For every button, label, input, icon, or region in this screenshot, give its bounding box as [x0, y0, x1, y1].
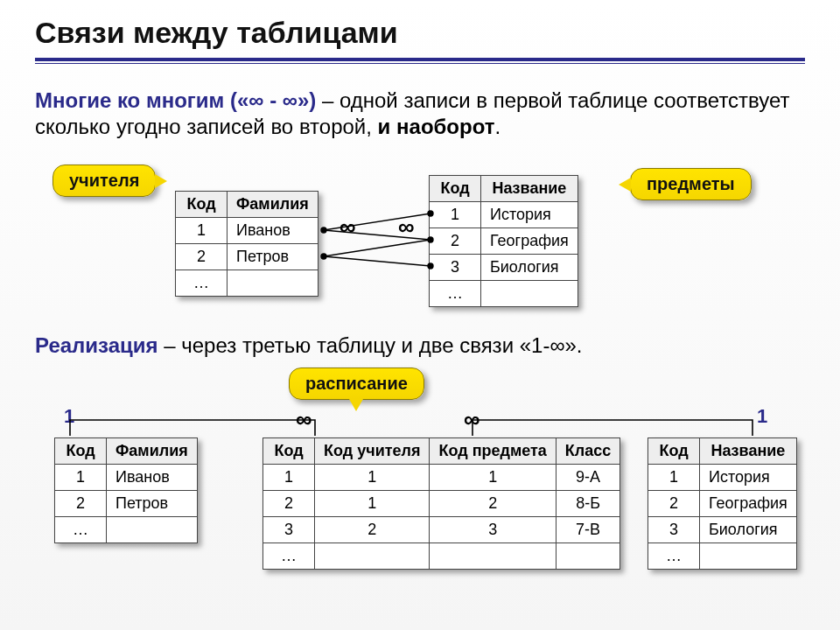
table-cell	[556, 543, 620, 570]
table-cell: 2	[315, 517, 430, 543]
table-cell: 3	[430, 255, 481, 281]
infinity-right-bottom: ∞	[464, 406, 480, 433]
table-cell: …	[648, 543, 700, 570]
table-row: 1История	[648, 465, 797, 491]
col-header: Фамилия	[228, 192, 318, 218]
table-cell: История	[700, 465, 797, 491]
infinity-left-bottom: ∞	[296, 406, 312, 433]
one-left: 1	[64, 405, 74, 428]
table-cell: Биология	[700, 517, 797, 543]
table-row: 3237-В	[263, 517, 620, 543]
col-header: Название	[481, 176, 578, 202]
table-cell: 7-В	[556, 517, 620, 543]
table-row: …	[55, 517, 198, 543]
callout-schedule: расписание	[289, 368, 424, 400]
table-cell	[315, 543, 430, 570]
lead-term: Многие ко многим («∞ - ∞»)	[35, 88, 316, 112]
col-header: Код	[430, 176, 481, 202]
table-cell: История	[481, 202, 578, 228]
table-cell	[700, 543, 797, 570]
impl-paragraph: Реализация – через третью таблицу и две …	[35, 332, 805, 359]
col-header: Код	[263, 438, 315, 465]
table-cell	[430, 543, 556, 570]
table-cell: 9-А	[556, 465, 620, 491]
table-row: 3Биология	[648, 517, 797, 543]
col-header: Класс	[556, 438, 620, 465]
callout-subjects-label: предметы	[647, 174, 735, 193]
title-rule	[35, 58, 805, 61]
table-teachers-top: КодФамилия1Иванов2Петров…	[175, 191, 318, 297]
table-cell: 1	[430, 465, 556, 491]
table-cell	[481, 281, 578, 307]
table-cell: 1	[430, 202, 481, 228]
title-rule-thin	[35, 63, 805, 64]
table-subjects-bottom: КодНазвание1История2География3Биология…	[648, 438, 797, 570]
table-cell: 3	[430, 517, 556, 543]
callout-teachers-label: учителя	[69, 171, 139, 190]
table-subjects-top: КодНазвание1История2География3Биология…	[429, 175, 578, 307]
table-row: 2Петров	[176, 244, 318, 270]
callout-tail-icon	[155, 174, 167, 188]
table-cell: 2	[55, 491, 107, 517]
table-cell: …	[176, 270, 228, 297]
intro-paragraph: Многие ко многим («∞ - ∞») – одной запис…	[35, 88, 805, 140]
table-cell: 1	[176, 218, 228, 244]
callout-tail-icon	[349, 399, 363, 411]
table-cell: Петров	[228, 244, 318, 270]
table-row: …	[263, 543, 620, 570]
svg-point-5	[321, 254, 326, 259]
callout-subjects: предметы	[630, 168, 752, 200]
table-row: 1История	[430, 202, 578, 228]
infinity-left-top: ∞	[340, 214, 356, 241]
table-row: 2Петров	[55, 491, 198, 517]
table-cell: Петров	[107, 491, 198, 517]
col-header: Код	[55, 438, 107, 465]
table-cell: 2	[176, 244, 228, 270]
col-header: Название	[700, 438, 797, 465]
table-cell: 1	[648, 465, 700, 491]
table-cell: 8-Б	[556, 491, 620, 517]
table-cell: География	[481, 228, 578, 255]
table-row: …	[430, 281, 578, 307]
slide: Связи между таблицами Многие ко многим (…	[0, 0, 840, 630]
col-header: Фамилия	[107, 438, 198, 465]
col-header: Код	[176, 192, 228, 218]
table-cell: 2	[648, 491, 700, 517]
table-cell: Биология	[481, 255, 578, 281]
table-cell: 2	[430, 228, 481, 255]
callout-teachers: учителя	[52, 164, 156, 197]
table-cell: …	[263, 543, 315, 570]
table-cell	[228, 270, 318, 297]
table-row: 1Иванов	[176, 218, 318, 244]
table-row: 1Иванов	[55, 465, 198, 491]
table-row: …	[176, 270, 318, 297]
table-cell: Иванов	[107, 465, 198, 491]
table-cell: 1	[263, 465, 315, 491]
col-header: Код учителя	[315, 438, 430, 465]
callout-tail-icon	[619, 178, 631, 192]
one-right: 1	[757, 405, 767, 428]
col-header: Код предмета	[430, 438, 556, 465]
table-cell: География	[700, 491, 797, 517]
table-cell: 1	[315, 465, 430, 491]
table-schedule: КодКод учителяКод предметаКласс1119-А212…	[262, 438, 620, 570]
table-cell: 2	[430, 491, 556, 517]
table-cell: 3	[263, 517, 315, 543]
table-cell: …	[430, 281, 481, 307]
table-row: 2География	[430, 228, 578, 255]
slide-title: Связи между таблицами	[35, 16, 398, 50]
impl-lead: Реализация	[35, 333, 158, 357]
col-header: Код	[648, 438, 700, 465]
svg-line-3	[324, 256, 430, 266]
table-cell: 2	[263, 491, 315, 517]
intro-dot: .	[495, 115, 501, 138]
impl-rest: – через третью таблицу и две связи «1-∞»…	[158, 333, 583, 357]
table-row: 2128-Б	[263, 491, 620, 517]
intro-tail: и наоборот	[378, 115, 495, 138]
table-cell: 3	[648, 517, 700, 543]
table-row: 3Биология	[430, 255, 578, 281]
svg-point-4	[321, 228, 326, 233]
callout-schedule-label: расписание	[305, 374, 408, 393]
svg-line-2	[324, 240, 430, 256]
table-row: 1119-А	[263, 465, 620, 491]
